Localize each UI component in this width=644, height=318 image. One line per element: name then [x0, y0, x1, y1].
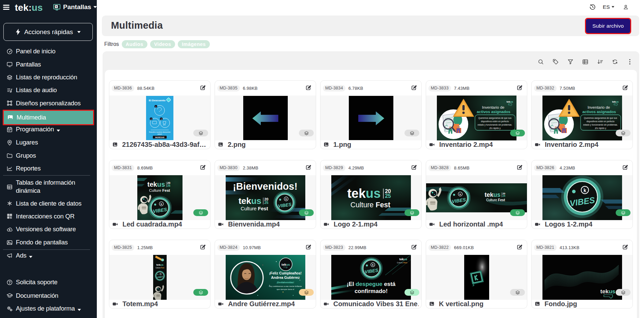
svg-text:k: k: [583, 187, 586, 193]
svg-text:Culture Fest: Culture Fest: [397, 262, 407, 264]
svg-text:k: k: [459, 192, 461, 195]
svg-text:dispositivos estén en perfecto: dispositivos estén en perfecto: [481, 120, 509, 123]
svg-text:25: 25: [167, 184, 170, 187]
svg-text:Inventario de: Inventario de: [587, 105, 610, 109]
svg-text:Culture Fest: Culture Fest: [156, 267, 164, 269]
svg-text:activos asignados: activos asignados: [477, 110, 510, 114]
svg-text:k: k: [160, 273, 161, 275]
svg-text:tekus: tekus: [281, 263, 290, 266]
svg-text:25: 25: [385, 193, 391, 199]
svg-text:Culture Fest: Culture Fest: [486, 198, 505, 202]
svg-text:Inventario de: Inventario de: [482, 105, 504, 109]
svg-text:tekus: tekus: [238, 196, 261, 206]
svg-text:tekus: tekus: [484, 191, 500, 198]
svg-text:k: k: [161, 202, 162, 205]
svg-text:Andrea Gutiérrez: Andrea Gutiérrez: [271, 275, 300, 280]
svg-text:dispositivos estén en perfecto: dispositivos estén en perfecto: [586, 120, 614, 123]
svg-text:tekus: tekus: [600, 288, 615, 295]
svg-text:¡Es rápido y: ¡Es rápido y: [595, 127, 606, 130]
svg-text:Descubre nuestros descuentos: Descubre nuestros descuentos: [149, 131, 171, 133]
svg-text:Queremos aseguramos de que sus: Queremos aseguramos de que sus: [478, 117, 511, 120]
svg-text:tekus: tekus: [399, 258, 407, 261]
svg-text:tekus: tekus: [147, 181, 165, 188]
svg-text:estado y funcionando sin probl: estado y funcionando sin problemas.: [583, 124, 618, 126]
svg-text:que siempre tiene el: que siempre tiene el: [276, 288, 294, 290]
svg-text:25: 25: [502, 194, 505, 197]
svg-text:¡El despegue está: ¡El despegue está: [346, 281, 395, 287]
svg-text:estado y funcionando sin probl: estado y funcionando sin problemas.: [477, 124, 512, 126]
svg-text:Culture Fest: Culture Fest: [241, 206, 268, 211]
svg-text:¡Devtiahvevidas!: ¡Devtiahvevidas!: [277, 281, 294, 284]
svg-text:Culture Fest: Culture Fest: [350, 201, 390, 209]
svg-text:confirmado!: confirmado!: [354, 288, 387, 294]
svg-text:tekus: tekus: [347, 186, 381, 201]
svg-text:tekus: tekus: [612, 100, 619, 103]
svg-text:para ti: para ti: [158, 133, 162, 135]
svg-text:activos asignados: activos asignados: [582, 110, 616, 114]
svg-text:k: k: [56, 5, 57, 8]
svg-text:El Descuento: El Descuento: [149, 99, 166, 102]
svg-text:¡Es rápido y: ¡Es rápido y: [489, 127, 501, 130]
svg-text:¡Feliz Cumpleaños!: ¡Feliz Cumpleaños!: [269, 271, 301, 275]
svg-text:Culture Fest: Culture Fest: [149, 188, 170, 192]
svg-text:k: k: [285, 197, 287, 201]
svg-text:INGRESAR: INGRESAR: [155, 136, 165, 138]
svg-text:Hoy celebramos a esa mente bri: Hoy celebramos a esa mente brillante: [269, 285, 302, 287]
svg-text:Queremos aseguramos de que sus: Queremos aseguramos de que sus: [584, 117, 617, 120]
svg-text:k: k: [372, 263, 374, 266]
svg-text:tekus: tekus: [156, 263, 163, 266]
svg-text:¡Bienvenidos!: ¡Bienvenidos!: [233, 181, 298, 192]
svg-text:25: 25: [264, 201, 268, 205]
svg-text:tekus: tekus: [506, 100, 513, 103]
